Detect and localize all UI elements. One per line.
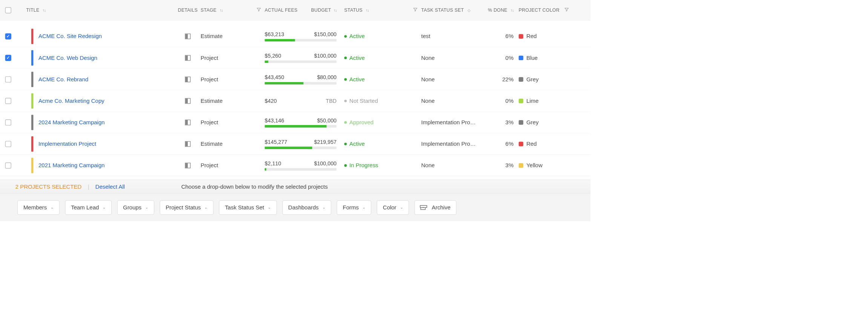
filter-icon[interactable]	[564, 7, 569, 13]
sort-icon[interactable]: ↑↓	[366, 8, 369, 12]
status-text: Active	[350, 76, 365, 83]
budget-progress-bar	[265, 39, 336, 41]
chevron-down-icon: ⌄	[204, 205, 207, 209]
color-dropdown[interactable]: Color ⌄	[377, 200, 409, 215]
project-title-link[interactable]: ACME Co. Site Redesign	[38, 33, 102, 40]
row-checkbox[interactable]	[5, 55, 11, 61]
table-row[interactable]: Implementation ProjectEstimate$145,277$2…	[0, 133, 590, 155]
details-panel-icon[interactable]	[185, 55, 190, 61]
table-row[interactable]: ACME Co. Web DesignProject$5,260$100,000…	[0, 47, 590, 69]
project-title-link[interactable]: ACME Co. Rebrand	[38, 76, 88, 83]
table-row[interactable]: 2021 Marketing CampaignProject$2,110$100…	[0, 155, 590, 176]
select-all-checkbox[interactable]	[5, 7, 11, 13]
details-panel-icon[interactable]	[185, 34, 190, 39]
task-status-set-cell: None	[421, 98, 483, 104]
budget-value: $50,000	[317, 117, 337, 123]
details-panel-icon[interactable]	[185, 76, 190, 82]
status-cell: Active	[344, 140, 421, 147]
archive-icon	[420, 205, 426, 210]
column-header-stage[interactable]: STAGE ↑↓	[201, 0, 265, 20]
row-checkbox-cell	[5, 162, 21, 168]
forms-dropdown[interactable]: Forms ⌄	[337, 200, 371, 215]
project-title-link[interactable]: 2024 Marketing Campaign	[38, 119, 105, 126]
task-status-set-cell: test	[421, 33, 483, 40]
table-row[interactable]: 2024 Marketing CampaignProject$43,146$50…	[0, 112, 590, 133]
team-lead-dropdown[interactable]: Team Lead ⌄	[65, 200, 112, 215]
status-dot-icon	[344, 121, 347, 124]
column-header-project-color[interactable]: PROJECT COLOR ↑↓	[519, 0, 573, 20]
project-title-link[interactable]: ACME Co. Web Design	[38, 55, 97, 61]
row-checkbox-cell	[5, 33, 21, 39]
dropdown-label: Dashboards	[288, 204, 319, 211]
fees-budget-cell: $145,277$219,957	[265, 139, 344, 149]
dashboards-dropdown[interactable]: Dashboards ⌄	[282, 200, 331, 215]
color-stripe	[31, 158, 33, 173]
row-checkbox[interactable]	[5, 141, 11, 147]
column-header-task-status-set[interactable]: TASK STATUS SET ◇	[421, 0, 483, 20]
title-cell: 2021 Marketing Campaign	[21, 158, 175, 173]
status-text: Active	[350, 33, 365, 40]
fees-budget-cell: $63,213$150,000	[265, 31, 344, 41]
budget-progress-bar	[265, 125, 336, 128]
color-label: Red	[526, 140, 537, 147]
row-checkbox[interactable]	[5, 33, 11, 39]
row-checkbox[interactable]	[5, 119, 11, 125]
details-panel-icon[interactable]	[185, 141, 190, 147]
project-status-dropdown[interactable]: Project Status ⌄	[160, 200, 213, 215]
table-row[interactable]: ACME Co. Site RedesignEstimate$63,213$15…	[0, 26, 590, 47]
task-status-set-dropdown[interactable]: Task Status Set ⌄	[219, 200, 277, 215]
stage-cell: Project	[201, 162, 265, 169]
details-panel-icon[interactable]	[185, 119, 190, 125]
row-checkbox[interactable]	[5, 98, 11, 104]
budget-progress-bar	[265, 168, 336, 171]
project-title-link[interactable]: Acme Co. Marketing Copy	[38, 98, 104, 104]
status-cell: Active	[344, 76, 421, 83]
sort-icon[interactable]: ↑↓	[511, 8, 514, 12]
groups-dropdown[interactable]: Groups ⌄	[117, 200, 154, 215]
details-cell	[175, 119, 201, 125]
deselect-all-link[interactable]: Deselect All	[95, 183, 125, 190]
column-header-fees-budget[interactable]: ACTUAL FEES BUDGET ↑↓	[265, 0, 344, 20]
status-text: Approved	[350, 119, 374, 126]
row-checkbox-cell	[5, 55, 21, 61]
project-color-cell: Blue	[519, 55, 573, 61]
status-dot-icon	[344, 56, 347, 59]
column-header-pct-done[interactable]: % DONE ↑↓	[483, 0, 518, 20]
status-text: Not Started	[350, 98, 378, 104]
row-checkbox[interactable]	[5, 76, 11, 82]
project-title-link[interactable]: Implementation Project	[38, 140, 96, 147]
stage-cell: Estimate	[201, 98, 265, 104]
sort-icon[interactable]: ↑↓	[219, 8, 222, 12]
budget-progress-fill	[265, 39, 295, 41]
table-row[interactable]: Acme Co. Marketing CopyEstimate$420TBDNo…	[0, 90, 590, 111]
column-label-fees: ACTUAL FEES	[265, 8, 298, 13]
button-label: Archive	[432, 204, 451, 211]
sort-icon[interactable]: ↑↓	[556, 8, 559, 12]
members-dropdown[interactable]: Members ⌄	[17, 200, 59, 215]
budget-progress-fill	[265, 60, 268, 63]
filter-icon[interactable]	[413, 7, 417, 13]
sort-icon[interactable]: ↑↓	[333, 8, 336, 12]
dropdown-label: Project Status	[166, 204, 201, 211]
status-cell: In Progress	[344, 162, 421, 169]
color-label: Blue	[526, 55, 538, 61]
column-header-status[interactable]: STATUS ↑↓	[344, 0, 421, 20]
sort-icon[interactable]: ↑↓	[43, 8, 46, 12]
column-label: STAGE	[201, 8, 216, 13]
sort-diamond-icon[interactable]: ◇	[468, 8, 471, 12]
pct-done-cell: 0%	[483, 98, 518, 104]
column-label: % DONE	[488, 8, 508, 13]
color-stripe	[31, 50, 33, 66]
row-checkbox[interactable]	[5, 162, 11, 168]
table-row[interactable]: ACME Co. RebrandProject$43,450$80,000Act…	[0, 69, 590, 90]
details-panel-icon[interactable]	[185, 163, 190, 168]
column-header-details[interactable]: DETAILS	[175, 0, 201, 20]
project-color-cell: Grey	[519, 119, 573, 126]
archive-button[interactable]: Archive	[414, 200, 456, 215]
project-title-link[interactable]: 2021 Marketing Campaign	[38, 162, 105, 169]
filter-icon[interactable]	[256, 7, 261, 13]
column-header-title[interactable]: TITLE ↑↓	[21, 0, 175, 20]
budget-progress-bar	[265, 60, 336, 63]
details-panel-icon[interactable]	[185, 98, 190, 104]
title-cell: ACME Co. Rebrand	[21, 72, 175, 87]
